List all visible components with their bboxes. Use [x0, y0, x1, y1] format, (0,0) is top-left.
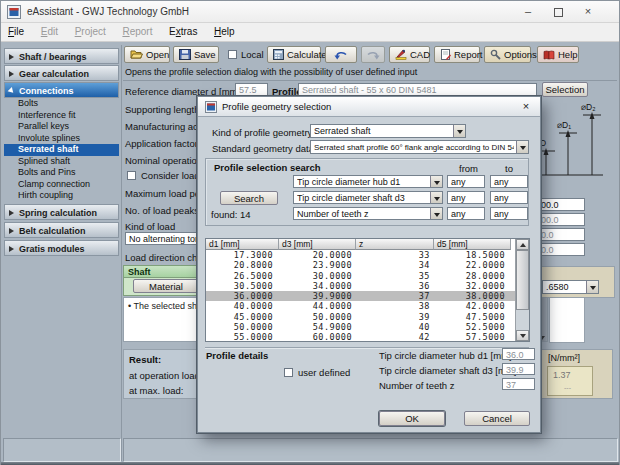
- table-row[interactable]: 50.000054.90004052.5000: [206, 322, 515, 332]
- options-button[interactable]: Options: [484, 46, 531, 63]
- result-title: Result:: [129, 354, 161, 365]
- menu-help[interactable]: Help: [207, 23, 242, 42]
- report-document-icon: [440, 49, 451, 60]
- table-header-d5[interactable]: d5 [mm]: [434, 239, 511, 250]
- result-line1: at operation load:: [129, 370, 202, 381]
- maximize-button[interactable]: [543, 1, 573, 22]
- chevron-right-icon: [9, 54, 14, 60]
- table-scrollbar[interactable]: [515, 239, 529, 341]
- table-header-d1[interactable]: d1 [mm]: [206, 239, 279, 250]
- menu-file[interactable]: File: [1, 23, 31, 42]
- diagram-label-d2: ⌀D₂: [581, 102, 596, 112]
- menu-edit: Edit: [34, 23, 65, 42]
- search-to-field-3[interactable]: any: [490, 207, 528, 220]
- sidebar-item-parallel-keys[interactable]: Parallel keys: [4, 121, 119, 133]
- kind-of-profile-combo[interactable]: Serrated shaft: [310, 124, 466, 138]
- dialog-title-bar: Profile geometry selection ×: [198, 97, 540, 117]
- dialog-close-button[interactable]: ×: [519, 99, 533, 113]
- menu-project: Project: [68, 23, 113, 42]
- result-line2: at max. load:: [129, 385, 183, 396]
- open-button[interactable]: Open: [124, 46, 170, 63]
- help-button[interactable]: Help: [537, 46, 579, 63]
- menu-bar: File Edit Project Report Extras Help: [1, 23, 619, 42]
- load-direction-label: Load direction chan: [125, 252, 208, 263]
- table-row-selected[interactable]: 36.000039.90003738.0000: [206, 291, 515, 301]
- undo-icon: [334, 50, 348, 60]
- chevron-down-icon: [586, 281, 598, 293]
- consider-load-checkbox[interactable]: [127, 171, 136, 180]
- material-button[interactable]: Material: [133, 279, 199, 293]
- sidebar-item-belt-calculation[interactable]: Belt calculation: [4, 222, 119, 238]
- sidebar-item-splined-shaft[interactable]: Splined shaft: [4, 156, 119, 168]
- title-bar: eAssistant - GWJ Technology GmbH – ×: [1, 1, 619, 23]
- sidebar-item-gratis-modules[interactable]: Gratis modules: [4, 240, 119, 256]
- local-checkbox[interactable]: [228, 50, 237, 59]
- search-criterion-combo-3[interactable]: Number of teeth z: [293, 207, 443, 220]
- save-button[interactable]: Save: [173, 46, 219, 63]
- table-row[interactable]: 40.000044.00003842.0000: [206, 301, 515, 311]
- minimize-button[interactable]: –: [513, 1, 543, 22]
- right-field-4: 0.0: [537, 243, 585, 256]
- search-from-field-3[interactable]: any: [447, 207, 485, 220]
- table-row[interactable]: 45.000050.00003947.5000: [206, 312, 515, 322]
- sidebar-item-clamp-connection[interactable]: Clamp connection: [4, 179, 119, 191]
- search-criterion-combo-1[interactable]: Tip circle diameter hub d1: [293, 175, 443, 188]
- sidebar-item-bolts[interactable]: Bolts: [4, 98, 119, 110]
- cancel-button[interactable]: Cancel: [464, 411, 530, 426]
- sidebar-item-bolts-and-pins[interactable]: Bolts and Pins: [4, 167, 119, 179]
- nominal-operation-label: Nominal operation t: [125, 155, 207, 166]
- selection-button[interactable]: Selection: [542, 82, 588, 97]
- chevron-down-icon: [430, 192, 442, 203]
- chevron-down-icon: [430, 208, 442, 219]
- scrollbar-thumb[interactable]: [516, 250, 529, 310]
- table-header-z[interactable]: z: [356, 239, 434, 250]
- search-group-title: Profile selection search: [214, 162, 321, 173]
- sidebar-item-serrated-shaft[interactable]: Serrated shaft: [4, 144, 119, 156]
- sidebar-item-connections[interactable]: Connections: [4, 82, 119, 98]
- table-row[interactable]: 55.000060.00004257.5000: [206, 332, 515, 342]
- search-from-field-2[interactable]: any: [447, 191, 485, 204]
- table-row[interactable]: 17.300020.00003318.5000: [206, 250, 515, 260]
- chevron-right-icon: [9, 71, 14, 77]
- search-to-field-1[interactable]: any: [490, 175, 528, 188]
- close-button[interactable]: ×: [573, 1, 603, 22]
- table-row[interactable]: 26.500030.00003528.0000: [206, 271, 515, 281]
- sidebar-item-involute-splines[interactable]: Involute splines: [4, 133, 119, 145]
- reference-diameter-field[interactable]: 57.5: [235, 83, 268, 97]
- standard-geometry-combo[interactable]: Serrated shaft profile 60° flank angle a…: [310, 140, 529, 154]
- undo-button[interactable]: [325, 46, 357, 63]
- standard-geometry-label: Standard geometry data: [212, 143, 314, 154]
- calculator-icon: [273, 49, 284, 60]
- user-defined-checkbox[interactable]: [284, 368, 293, 377]
- to-column-label: to: [505, 163, 513, 174]
- table-row[interactable]: 30.500034.00003632.0000: [206, 281, 515, 291]
- cad-button[interactable]: CAD: [389, 46, 430, 63]
- table-row[interactable]: 20.800023.90003422.0000: [206, 260, 515, 270]
- ok-button[interactable]: OK: [379, 411, 445, 426]
- menu-extras[interactable]: Extras: [162, 23, 204, 42]
- table-header-d3[interactable]: d3 [mm]: [279, 239, 356, 250]
- search-from-field-1[interactable]: any: [447, 175, 485, 188]
- calculate-button[interactable]: Calculate: [267, 46, 321, 63]
- found-count-label: found: 14: [211, 209, 251, 220]
- sidebar-item-shaft-bearings[interactable]: Shaft / bearings: [4, 48, 119, 64]
- report-button[interactable]: Report: [434, 46, 480, 63]
- material-combo[interactable]: .6580: [542, 280, 599, 294]
- sidebar-item-hirth-coupling[interactable]: Hirth coupling: [4, 190, 119, 202]
- search-criterion-combo-2[interactable]: Tip circle diameter shaft d3: [293, 191, 443, 204]
- sidebar-item-interference-fit[interactable]: Interference fit: [4, 110, 119, 122]
- sidebar-item-gear-calculation[interactable]: Gear calculation: [4, 65, 119, 81]
- right-field-2: 00.0: [537, 213, 585, 226]
- right-field-1[interactable]: 00.0: [537, 198, 585, 211]
- statusbar-left: [3, 438, 121, 462]
- detail-label-d1: Tip circle diameter hub d1 [mm]: [379, 350, 512, 361]
- stress-unit-label: [N/mm²]: [548, 353, 580, 363]
- scroll-up-button[interactable]: [516, 239, 529, 250]
- diagram-label-d1: ⌀D₁: [557, 120, 571, 130]
- scroll-down-button[interactable]: [516, 330, 529, 341]
- detail-field-z: 37: [502, 378, 535, 390]
- search-button[interactable]: Search: [220, 191, 278, 205]
- help-book-icon: [543, 50, 555, 60]
- search-to-field-2[interactable]: any: [490, 191, 528, 204]
- sidebar-item-spring-calculation[interactable]: Spring calculation: [4, 204, 119, 220]
